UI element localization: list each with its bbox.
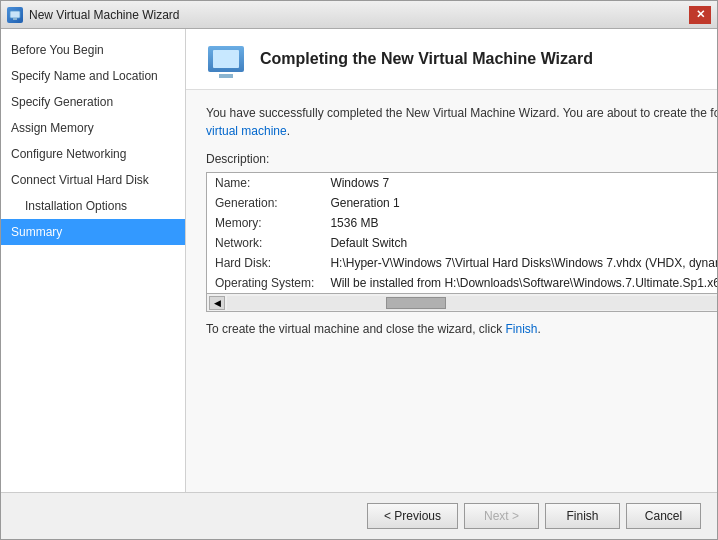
table-row: Name: Windows 7 xyxy=(207,173,717,193)
row-val-memory: 1536 MB xyxy=(322,213,717,233)
row-val-network: Default Switch xyxy=(322,233,717,253)
row-key-os: Operating System: xyxy=(207,273,322,293)
svg-rect-0 xyxy=(10,11,20,18)
window-title: New Virtual Machine Wizard xyxy=(29,8,180,22)
footer: < Previous Next > Finish Cancel xyxy=(1,492,717,539)
cancel-button[interactable]: Cancel xyxy=(626,503,701,529)
row-key-network: Network: xyxy=(207,233,322,253)
table-row: Network: Default Switch xyxy=(207,233,717,253)
main-window: New Virtual Machine Wizard ✕ Before You … xyxy=(0,0,718,540)
next-button[interactable]: Next > xyxy=(464,503,539,529)
title-bar-left: New Virtual Machine Wizard xyxy=(7,7,180,23)
sidebar: Before You Begin Specify Name and Locati… xyxy=(1,29,186,492)
description-table-container: Name: Windows 7 Generation: Generation 1… xyxy=(206,172,717,312)
virtual-machine-link[interactable]: virtual machine xyxy=(206,124,287,138)
description-label: Description: xyxy=(206,152,717,166)
intro-text: You have successfully completed the New … xyxy=(206,104,717,140)
finish-link: Finish xyxy=(505,322,537,336)
row-key-name: Name: xyxy=(207,173,322,193)
row-val-harddisk: H:\Hyper-V\Windows 7\Virtual Hard Disks\… xyxy=(322,253,717,273)
main-header: Completing the New Virtual Machine Wizar… xyxy=(186,29,717,90)
row-val-name: Windows 7 xyxy=(322,173,717,193)
row-key-generation: Generation: xyxy=(207,193,322,213)
previous-button[interactable]: < Previous xyxy=(367,503,458,529)
row-val-generation: Generation 1 xyxy=(322,193,717,213)
scroll-thumb[interactable] xyxy=(386,297,446,309)
monitor-icon xyxy=(208,46,244,72)
table-row: Memory: 1536 MB xyxy=(207,213,717,233)
monitor-screen xyxy=(213,50,239,68)
sidebar-item-specify-name[interactable]: Specify Name and Location xyxy=(1,63,185,89)
close-button[interactable]: ✕ xyxy=(689,6,711,24)
svg-rect-1 xyxy=(13,18,17,20)
header-icon xyxy=(206,43,246,75)
title-bar: New Virtual Machine Wizard ✕ xyxy=(1,1,717,29)
finish-button[interactable]: Finish xyxy=(545,503,620,529)
content-area: Before You Begin Specify Name and Locati… xyxy=(1,29,717,492)
scroll-track[interactable] xyxy=(227,296,717,310)
main-body: You have successfully completed the New … xyxy=(186,90,717,492)
sidebar-item-summary[interactable]: Summary xyxy=(1,219,185,245)
page-title: Completing the New Virtual Machine Wizar… xyxy=(260,50,593,68)
scroll-left-arrow[interactable]: ◀ xyxy=(209,296,225,310)
description-table: Name: Windows 7 Generation: Generation 1… xyxy=(207,173,717,293)
app-icon xyxy=(7,7,23,23)
sidebar-item-assign-memory[interactable]: Assign Memory xyxy=(1,115,185,141)
table-row: Generation: Generation 1 xyxy=(207,193,717,213)
sidebar-item-connect-vhd[interactable]: Connect Virtual Hard Disk xyxy=(1,167,185,193)
table-row: Operating System: Will be installed from… xyxy=(207,273,717,293)
table-row: Hard Disk: H:\Hyper-V\Windows 7\Virtual … xyxy=(207,253,717,273)
sidebar-item-installation-options[interactable]: Installation Options xyxy=(1,193,185,219)
row-val-os: Will be installed from H:\Downloads\Soft… xyxy=(322,273,717,293)
sidebar-item-specify-generation[interactable]: Specify Generation xyxy=(1,89,185,115)
sidebar-item-before-you-begin[interactable]: Before You Begin xyxy=(1,37,185,63)
finish-text: To create the virtual machine and close … xyxy=(206,322,717,336)
main-panel: Completing the New Virtual Machine Wizar… xyxy=(186,29,717,492)
row-key-memory: Memory: xyxy=(207,213,322,233)
row-key-harddisk: Hard Disk: xyxy=(207,253,322,273)
sidebar-item-configure-networking[interactable]: Configure Networking xyxy=(1,141,185,167)
horizontal-scrollbar[interactable]: ◀ ▶ xyxy=(207,293,717,311)
